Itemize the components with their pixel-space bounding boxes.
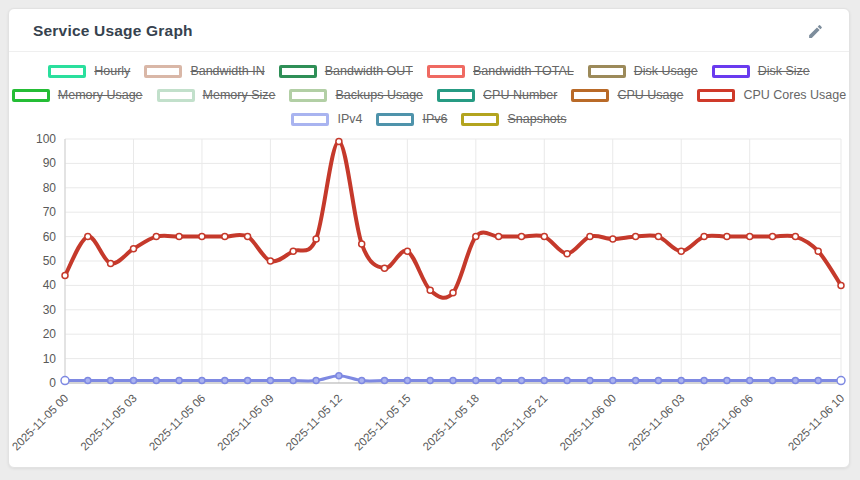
data-point[interactable] — [747, 234, 753, 240]
data-point[interactable] — [131, 378, 137, 384]
data-point[interactable] — [108, 260, 114, 266]
legend-item-memory-usage[interactable]: Memory Usage — [12, 89, 143, 102]
data-point[interactable] — [473, 378, 479, 384]
data-point[interactable] — [404, 378, 410, 384]
data-point[interactable] — [404, 248, 410, 254]
data-point[interactable] — [61, 377, 69, 385]
legend-item-bandwidth-total[interactable]: Bandwidth TOTAL — [427, 65, 574, 78]
legend-item-cpu-usage[interactable]: CPU Usage — [571, 89, 683, 102]
data-point[interactable] — [770, 378, 776, 384]
data-point[interactable] — [541, 378, 547, 384]
legend-item-cpu-number[interactable]: CPU Number — [437, 89, 557, 102]
legend-item-memory-size[interactable]: Memory Size — [157, 89, 276, 102]
data-point[interactable] — [587, 378, 593, 384]
data-point[interactable] — [655, 234, 661, 240]
data-point[interactable] — [496, 378, 502, 384]
data-point[interactable] — [519, 234, 525, 240]
legend-item-disk-usage[interactable]: Disk Usage — [588, 65, 698, 78]
data-point[interactable] — [382, 265, 388, 271]
data-point[interactable] — [792, 378, 798, 384]
svg-text:20: 20 — [43, 327, 57, 341]
data-point[interactable] — [199, 378, 205, 384]
data-point[interactable] — [245, 378, 251, 384]
data-point[interactable] — [176, 378, 182, 384]
legend-item-disk-size[interactable]: Disk Size — [712, 65, 810, 78]
data-point[interactable] — [267, 258, 273, 264]
data-point[interactable] — [815, 248, 821, 254]
data-point[interactable] — [610, 236, 616, 242]
data-point[interactable] — [108, 378, 114, 384]
data-point[interactable] — [678, 248, 684, 254]
data-point[interactable] — [633, 234, 639, 240]
data-point[interactable] — [633, 378, 639, 384]
data-point[interactable] — [678, 378, 684, 384]
data-point[interactable] — [359, 241, 365, 247]
data-point[interactable] — [336, 138, 342, 144]
legend-item-bandwidth-out[interactable]: Bandwidth OUT — [279, 65, 413, 78]
legend-item-hourly[interactable]: Hourly — [48, 65, 130, 78]
data-point[interactable] — [290, 248, 296, 254]
legend-swatch — [291, 113, 329, 126]
data-point[interactable] — [176, 234, 182, 240]
data-point[interactable] — [838, 282, 844, 288]
edit-button[interactable] — [805, 21, 825, 41]
data-point[interactable] — [427, 287, 433, 293]
data-point[interactable] — [724, 378, 730, 384]
data-point[interactable] — [610, 378, 616, 384]
legend-item-ipv4[interactable]: IPv4 — [291, 113, 362, 126]
data-point[interactable] — [564, 251, 570, 257]
data-point[interactable] — [222, 378, 228, 384]
legend-item-label: Snapshots — [507, 113, 566, 126]
data-point[interactable] — [564, 378, 570, 384]
data-point[interactable] — [85, 378, 91, 384]
legend-item-bandwidth-in[interactable]: Bandwidth IN — [144, 65, 264, 78]
data-point[interactable] — [131, 246, 137, 252]
legend-item-label: CPU Number — [483, 89, 557, 102]
data-point[interactable] — [313, 378, 319, 384]
data-point[interactable] — [267, 378, 273, 384]
usage-chart[interactable]: 01020304050607080901002025-11-05 002025-… — [9, 131, 851, 465]
data-point[interactable] — [701, 234, 707, 240]
data-point[interactable] — [85, 234, 91, 240]
data-point[interactable] — [815, 378, 821, 384]
data-point[interactable] — [450, 290, 456, 296]
data-point[interactable] — [450, 378, 456, 384]
data-point[interactable] — [747, 378, 753, 384]
legend-swatch — [279, 65, 317, 78]
legend-item-cpu-cores-usage[interactable]: CPU Cores Usage — [697, 89, 846, 102]
data-point[interactable] — [770, 234, 776, 240]
data-point[interactable] — [359, 378, 365, 384]
data-point[interactable] — [245, 234, 251, 240]
data-point[interactable] — [382, 378, 388, 384]
data-point[interactable] — [541, 234, 547, 240]
data-point[interactable] — [655, 378, 661, 384]
data-point[interactable] — [837, 377, 845, 385]
data-point[interactable] — [313, 236, 319, 242]
data-point[interactable] — [792, 234, 798, 240]
data-point[interactable] — [199, 234, 205, 240]
data-point[interactable] — [290, 378, 296, 384]
data-point[interactable] — [587, 234, 593, 240]
legend-item-label: Hourly — [94, 65, 130, 78]
data-point[interactable] — [701, 378, 707, 384]
data-point[interactable] — [62, 273, 68, 279]
data-point[interactable] — [153, 378, 159, 384]
data-point[interactable] — [222, 234, 228, 240]
legend-item-ipv6[interactable]: IPv6 — [376, 113, 447, 126]
legend-item-snapshots[interactable]: Snapshots — [461, 113, 566, 126]
svg-text:2025-11-06 06: 2025-11-06 06 — [694, 392, 755, 453]
data-point[interactable] — [153, 234, 159, 240]
legend-swatch — [144, 65, 182, 78]
data-point[interactable] — [336, 373, 342, 379]
data-point[interactable] — [519, 378, 525, 384]
data-point[interactable] — [427, 378, 433, 384]
legend-item-backups-usage[interactable]: Backups Usage — [289, 89, 423, 102]
legend-item-label: Disk Size — [758, 65, 810, 78]
data-point[interactable] — [724, 234, 730, 240]
legend-swatch — [376, 113, 414, 126]
legend-item-label: CPU Usage — [617, 89, 683, 102]
data-point[interactable] — [496, 234, 502, 240]
legend-swatch — [12, 89, 50, 102]
svg-text:80: 80 — [43, 181, 57, 195]
data-point[interactable] — [473, 234, 479, 240]
